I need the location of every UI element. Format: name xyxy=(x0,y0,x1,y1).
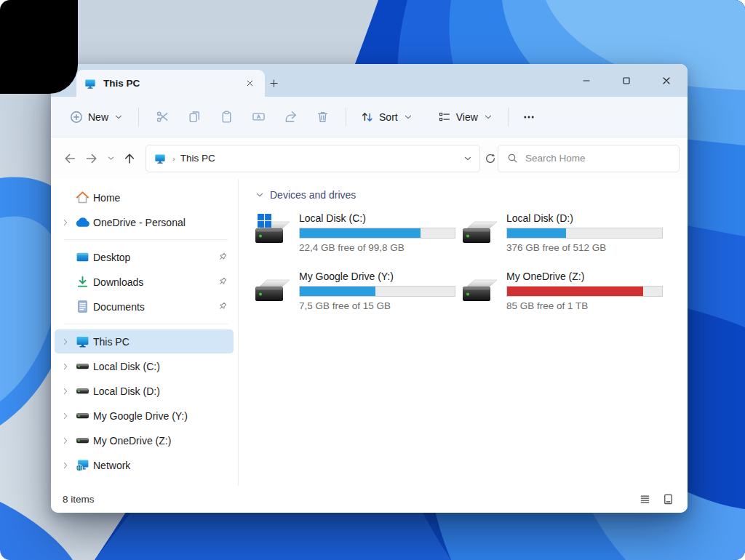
maximize-button[interactable] xyxy=(606,64,646,97)
up-icon xyxy=(123,152,136,165)
sidebar-item-label: My OneDrive (Z:) xyxy=(93,435,228,447)
new-button[interactable]: New xyxy=(63,104,131,130)
drive-free-text: 85 GB free of 1 TB xyxy=(506,300,663,311)
close-button[interactable] xyxy=(646,64,686,97)
address-bar[interactable]: › This PC xyxy=(146,145,480,172)
share-icon xyxy=(284,110,298,124)
cut-button[interactable] xyxy=(146,104,178,130)
chevron-right-icon[interactable] xyxy=(59,217,71,228)
sidebar-divider xyxy=(64,239,228,240)
delete-icon xyxy=(316,110,330,124)
copy-button[interactable] xyxy=(178,104,210,130)
this-pc-monitor-icon xyxy=(153,151,167,166)
refresh-button[interactable] xyxy=(485,148,496,169)
sidebar-item-label: Local Disk (C:) xyxy=(93,361,228,372)
sidebar-item-google-drive[interactable]: My Google Drive (Y:) xyxy=(55,404,234,428)
sort-button[interactable]: Sort xyxy=(354,104,421,130)
recent-locations-button[interactable] xyxy=(103,148,118,169)
titlebar[interactable]: This PC xyxy=(51,64,688,97)
chevron-down-icon xyxy=(403,112,413,122)
sidebar-item-documents[interactable]: Documents xyxy=(55,295,234,319)
paste-button[interactable] xyxy=(210,104,242,130)
delete-button[interactable] xyxy=(306,104,338,130)
cut-icon xyxy=(156,110,170,124)
sidebar-item-onedrive[interactable]: OneDrive - Personal xyxy=(55,210,234,234)
sidebar-item-this-pc[interactable]: This PC xyxy=(55,329,234,353)
drive-icon xyxy=(75,433,89,448)
minimize-button[interactable] xyxy=(566,64,606,97)
new-tab-button[interactable] xyxy=(263,73,284,93)
sidebar-item-local-disk-c[interactable]: Local Disk (C:) xyxy=(55,354,234,378)
onedrive-cloud-icon xyxy=(75,215,89,230)
home-icon xyxy=(75,191,89,205)
drive-name: My Google Drive (Y:) xyxy=(299,271,455,282)
sidebar-item-label: Desktop xyxy=(93,252,213,263)
chevron-right-icon[interactable] xyxy=(59,337,71,347)
sidebar-item-label: Network xyxy=(93,460,228,471)
capacity-bar xyxy=(506,286,663,297)
more-options-button[interactable] xyxy=(516,104,542,130)
drive-tile-z[interactable]: My OneDrive (Z:) 85 GB free of 1 TB xyxy=(461,271,668,311)
capacity-bar-fill xyxy=(300,287,375,296)
drive-tiles: Local Disk (C:) 22,4 GB free of 99,8 GB xyxy=(253,212,688,311)
chevron-right-icon[interactable] xyxy=(59,386,71,396)
desktop: This PC New xyxy=(0,0,745,560)
network-icon xyxy=(75,458,89,473)
sidebar-item-local-disk-d[interactable]: Local Disk (D:) xyxy=(55,379,234,403)
view-button[interactable]: View xyxy=(431,104,501,130)
window-controls xyxy=(566,64,686,97)
tab-title: This PC xyxy=(103,78,236,89)
sidebar-item-label: Documents xyxy=(93,301,213,313)
drive-name: Local Disk (D:) xyxy=(506,212,663,224)
history-chevron-icon xyxy=(106,153,116,163)
file-list-pane: Devices and drives Local Disk (C:) xyxy=(238,179,688,486)
sidebar-item-label: Home xyxy=(93,192,228,204)
address-dropdown-icon[interactable] xyxy=(463,153,473,164)
forward-button[interactable] xyxy=(81,148,102,169)
drive-free-text: 7,5 GB free of 15 GB xyxy=(299,300,455,311)
capacity-bar xyxy=(506,228,663,239)
this-pc-monitor-icon xyxy=(75,335,89,349)
chevron-right-icon[interactable] xyxy=(59,411,71,421)
sidebar-item-network[interactable]: Network xyxy=(55,453,234,477)
drive-icon xyxy=(75,359,89,374)
chevron-right-icon[interactable] xyxy=(59,460,71,471)
up-button[interactable] xyxy=(119,148,140,169)
back-button[interactable] xyxy=(60,148,80,169)
hard-drive-icon xyxy=(461,272,498,305)
drive-icon xyxy=(75,384,89,399)
search-box[interactable]: Search Home xyxy=(498,145,680,172)
group-header-devices-and-drives[interactable]: Devices and drives xyxy=(255,189,688,201)
drive-tile-c[interactable]: Local Disk (C:) 22,4 GB free of 99,8 GB xyxy=(253,212,461,253)
new-button-label: New xyxy=(88,111,108,123)
hard-drive-icon xyxy=(253,214,291,247)
tab-close-icon[interactable] xyxy=(242,76,258,92)
drive-tile-y[interactable]: My Google Drive (Y:) 7,5 GB free of 15 G… xyxy=(253,271,461,311)
details-view-button[interactable] xyxy=(637,492,653,508)
search-placeholder: Search Home xyxy=(525,153,586,164)
sidebar-divider xyxy=(64,324,228,324)
drive-tile-d[interactable]: Local Disk (D:) 376 GB free of 512 GB xyxy=(461,212,668,253)
group-header-label: Devices and drives xyxy=(270,189,356,201)
sidebar-item-downloads[interactable]: Downloads xyxy=(55,270,234,294)
details-view-icon xyxy=(639,493,651,505)
sidebar-item-home[interactable]: Home xyxy=(55,185,234,209)
view-icon xyxy=(438,111,451,124)
sidebar-item-desktop[interactable]: Desktop xyxy=(55,245,234,269)
rename-button[interactable] xyxy=(242,104,274,130)
more-icon xyxy=(522,111,535,124)
share-button[interactable] xyxy=(274,104,306,130)
toolbar-divider xyxy=(346,108,346,127)
sidebar-item-my-onedrive[interactable]: My OneDrive (Z:) xyxy=(55,428,234,452)
thumbnail-view-button[interactable] xyxy=(660,492,676,508)
search-icon xyxy=(507,153,518,164)
paste-icon xyxy=(220,110,234,124)
sidebar-item-label: OneDrive - Personal xyxy=(93,217,228,228)
navigation-bar: › This PC Search Home xyxy=(51,137,688,179)
chevron-right-icon[interactable] xyxy=(59,436,71,446)
tab-this-pc[interactable]: This PC xyxy=(76,70,265,97)
chevron-right-icon[interactable] xyxy=(59,361,71,372)
toolbar-divider xyxy=(508,108,509,127)
breadcrumb[interactable]: This PC xyxy=(180,153,215,164)
refresh-icon xyxy=(485,153,496,164)
